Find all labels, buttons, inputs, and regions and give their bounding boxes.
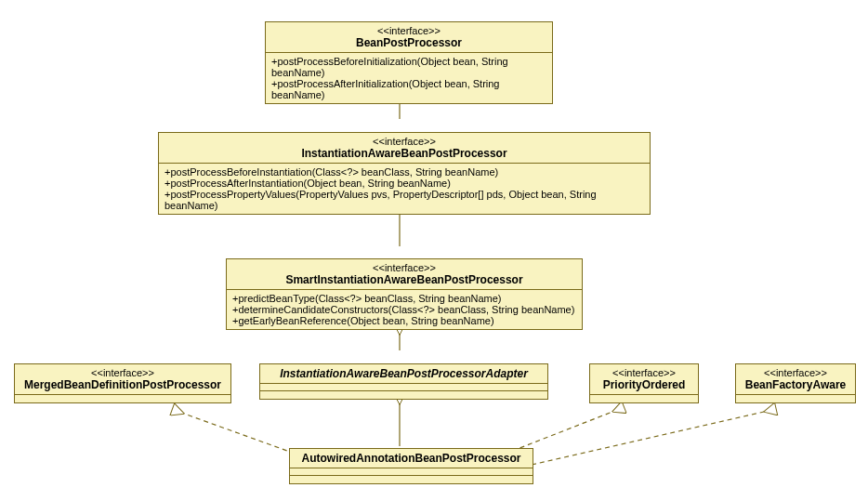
class-priority-ordered: <<interface>> PriorityOrdered <box>589 363 699 403</box>
class-name: PriorityOrdered <box>596 378 692 391</box>
class-smart-instantiation-aware-bpp: <<interface>> SmartInstantiationAwareBea… <box>226 258 583 330</box>
operation: +postProcessAfterInstantiation(Object be… <box>164 178 644 189</box>
stereotype-label: <<interface>> <box>20 367 225 378</box>
stereotype-label: <<interface>> <box>742 367 849 378</box>
stereotype-label: <<interface>> <box>271 25 546 36</box>
svg-line-6 <box>532 412 764 465</box>
class-name: InstantiationAwareBeanPostProcessorAdapt… <box>266 367 542 380</box>
class-name: MergedBeanDefinitionPostProcessor <box>20 378 225 391</box>
operation: +postProcessBeforeInitialization(Object … <box>271 56 546 78</box>
operation: +determineCandidateConstructors(Class<?>… <box>232 304 576 315</box>
operation: +postProcessAfterInitialization(Object b… <box>271 78 546 100</box>
class-name: AutowiredAnnotationBeanPostProcessor <box>296 452 527 465</box>
operation: +postProcessPropertyValues(PropertyValue… <box>164 189 644 211</box>
class-merged-bean-definition-pp: <<interface>> MergedBeanDefinitionPostPr… <box>14 363 231 403</box>
stereotype-label: <<interface>> <box>232 262 576 273</box>
class-autowired-annotation-bpp: AutowiredAnnotationBeanPostProcessor <box>289 448 533 484</box>
class-name: BeanFactoryAware <box>742 378 849 391</box>
operation: +getEarlyBeanReference(Object bean, Stri… <box>232 315 576 326</box>
class-name: SmartInstantiationAwareBeanPostProcessor <box>232 273 576 286</box>
stereotype-label: <<interface>> <box>596 367 692 378</box>
stereotype-label: <<interface>> <box>164 136 644 147</box>
class-name: InstantiationAwareBeanPostProcessor <box>164 147 644 160</box>
class-bean-post-processor: <<interface>> BeanPostProcessor +postPro… <box>265 21 553 104</box>
class-bean-factory-aware: <<interface>> BeanFactoryAware <box>735 363 856 403</box>
operation: +postProcessBeforeInstantiation(Class<?>… <box>164 166 644 178</box>
class-name: BeanPostProcessor <box>271 36 546 49</box>
operation: +predictBeanType(Class<?> beanClass, Str… <box>232 293 576 304</box>
class-instantiation-aware-bpp-adapter: InstantiationAwareBeanPostProcessorAdapt… <box>259 363 548 400</box>
class-instantiation-aware-bpp: <<interface>> InstantiationAwareBeanPost… <box>158 132 651 215</box>
